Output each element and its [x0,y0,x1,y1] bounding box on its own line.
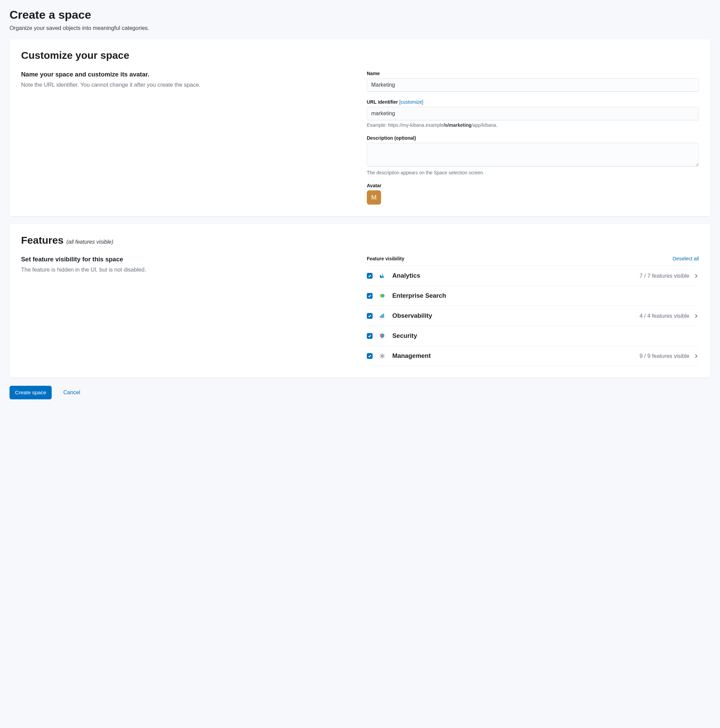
features-panel: Features (all features visible) Set feat… [9,224,711,378]
customize-heading: Name your space and customize its avatar… [21,71,353,78]
feature-name: Management [392,352,639,359]
avatar-button[interactable]: M [367,190,381,205]
feature-row[interactable]: Enterprise Search [367,286,699,306]
chevron-right-icon[interactable] [694,314,699,318]
feature-checkbox[interactable] [367,313,372,319]
feature-row[interactable]: Security [367,326,699,346]
feature-checkbox[interactable] [367,353,372,359]
features-title-note: (all features visible) [66,239,113,245]
svg-marker-2 [382,274,384,278]
feature-name: Analytics [392,272,639,279]
customize-panel: Customize your space Name your space and… [9,40,711,216]
analytics-icon [379,272,386,279]
security-icon [379,332,386,339]
features-heading: Set feature visibility for this space [21,255,353,263]
name-label: Name [367,71,699,76]
description-help: The description appears on the Space sel… [367,170,699,175]
features-title-text: Features [21,234,64,246]
description-label: Description (optional) [367,135,699,141]
feature-row[interactable]: Analytics7 / 7 features visible [367,266,699,286]
feature-checkbox[interactable] [367,293,372,299]
feature-count: 9 / 9 features visible [639,353,689,359]
feature-count: 7 / 7 features visible [639,272,689,279]
chevron-right-icon[interactable] [694,273,699,278]
svg-rect-6 [381,314,383,318]
features-panel-title: Features (all features visible) [21,234,699,246]
customize-panel-title: Customize your space [21,50,699,61]
svg-rect-7 [383,314,384,318]
page-title: Create a space [9,8,711,21]
svg-point-8 [381,355,383,356]
chevron-right-icon[interactable] [694,353,699,358]
svg-rect-5 [380,316,381,318]
url-customize-link[interactable]: [customize] [399,99,423,105]
svg-line-16 [383,354,384,355]
feature-name: Enterprise Search [392,292,699,300]
svg-point-4 [381,294,385,298]
url-example-prefix: Example: https://my-kibana.example [367,122,444,128]
cancel-button[interactable]: Cancel [63,390,80,396]
deselect-all-link[interactable]: Deselect all [673,255,699,262]
customize-note: Note the URL identifier. You cannot chan… [21,81,353,88]
observability-icon [379,312,386,319]
url-example: Example: https://my-kibana.example/s/mar… [367,122,699,128]
feature-count: 4 / 4 features visible [639,313,689,319]
svg-line-15 [380,357,381,358]
feature-checkbox[interactable] [367,273,372,279]
name-input[interactable] [367,78,699,92]
feature-visibility-label: Feature visibility [367,256,404,262]
feature-name: Security [392,332,699,340]
feature-row[interactable]: Management9 / 9 features visible [367,346,699,366]
svg-line-14 [383,357,384,358]
page-subtitle: Organize your saved objects into meaning… [9,25,711,31]
features-note: The feature is hidden in the UI, but is … [21,266,353,273]
management-icon [379,352,386,359]
url-example-bold: /s/marketing [444,122,472,128]
url-label: URL identifier [customize] [367,99,699,105]
url-example-suffix: /app/kibana. [472,122,497,128]
footer: Create space Cancel [9,386,711,399]
url-input[interactable] [367,107,699,120]
url-label-text: URL identifier [367,99,398,105]
description-input[interactable] [367,143,699,167]
avatar-label: Avatar [367,183,699,188]
svg-line-13 [380,354,381,355]
feature-name: Observability [392,312,639,320]
feature-row[interactable]: Observability4 / 4 features visible [367,306,699,326]
ent-search-icon [379,292,386,299]
feature-checkbox[interactable] [367,333,372,339]
svg-marker-1 [380,275,382,278]
create-space-button[interactable]: Create space [9,386,52,399]
